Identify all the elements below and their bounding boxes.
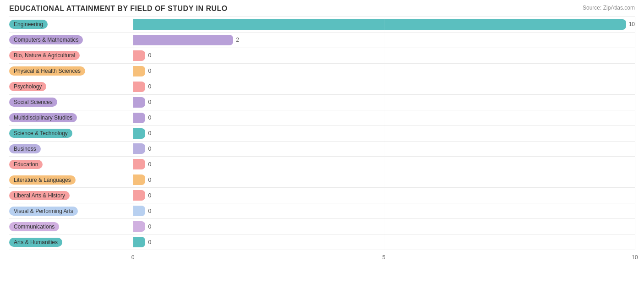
grid-line (384, 142, 384, 157)
grid-line (635, 219, 635, 234)
bar-value: 0 (148, 83, 151, 90)
bar-value: 0 (148, 208, 151, 214)
grid-line (133, 33, 133, 48)
grid-line (133, 64, 133, 79)
label-pill: Engineering (9, 20, 48, 29)
bar-label: Bio, Nature & Agricultural (9, 50, 133, 61)
grid-line (635, 142, 635, 157)
bar-track: 0 (133, 219, 635, 234)
bar-label: Visual & Performing Arts (9, 206, 133, 217)
label-pill: Social Sciences (9, 98, 57, 107)
bar-row: Engineering10 (9, 16, 635, 33)
bar-label: Literature & Languages (9, 174, 133, 185)
bar-value: 0 (148, 115, 151, 121)
bar-track: 0 (133, 188, 635, 203)
grid-line (635, 33, 635, 48)
label-pill: Visual & Performing Arts (9, 207, 78, 216)
bar-label: Engineering (9, 19, 133, 30)
bar-track: 0 (133, 126, 635, 141)
grid-line (635, 157, 635, 172)
bar-row: Visual & Performing Arts0 (9, 203, 635, 219)
bar-row: Arts & Humanities0 (9, 234, 635, 250)
grid-line (635, 203, 635, 218)
bar-row: Computers & Mathematics2 (9, 33, 635, 48)
bar-row: Bio, Nature & Agricultural0 (9, 48, 635, 64)
grid-line (133, 142, 133, 157)
bar-value: 0 (148, 52, 151, 59)
bar-label: Communications (9, 221, 133, 232)
bar-value: 0 (148, 192, 151, 199)
bar-row: Social Sciences0 (9, 95, 635, 110)
bar-row: Liberal Arts & History0 (9, 188, 635, 203)
bar-row: Physical & Health Sciences0 (9, 64, 635, 79)
bar-track: 0 (133, 157, 635, 172)
bar-row: Science & Technology0 (9, 126, 635, 142)
grid-line (384, 110, 384, 125)
bar-fill (133, 97, 145, 108)
chart-title: EDUCATIONAL ATTAINMENT BY FIELD OF STUDY… (9, 5, 635, 13)
grid-line (635, 172, 635, 187)
bar-label: Computers & Mathematics (9, 34, 133, 45)
chart-container: EDUCATIONAL ATTAINMENT BY FIELD OF STUDY… (0, 0, 644, 289)
label-pill: Communications (9, 222, 59, 231)
label-pill: Psychology (9, 82, 46, 91)
label-pill: Business (9, 144, 41, 153)
grid-line (133, 126, 133, 141)
bar-label: Liberal Arts & History (9, 190, 133, 201)
label-pill: Arts & Humanities (9, 238, 62, 247)
bar-track: 0 (133, 142, 635, 157)
bar-fill (133, 190, 145, 201)
bars-container: Engineering10Computers & Mathematics2Bio… (9, 16, 635, 250)
bar-label: Arts & Humanities (9, 237, 133, 248)
grid-line (133, 219, 133, 234)
label-pill: Science & Technology (9, 129, 72, 138)
bar-row: Education0 (9, 157, 635, 172)
grid-line (384, 172, 384, 187)
grid-line (384, 188, 384, 203)
grid-line (384, 219, 384, 234)
x-axis-label: 5 (382, 254, 386, 261)
bar-value: 0 (148, 224, 151, 230)
bar-value: 0 (148, 130, 151, 136)
bar-fill (133, 206, 145, 216)
bar-track: 0 (133, 64, 635, 79)
bar-label: Psychology (9, 81, 133, 92)
grid-line (133, 110, 133, 125)
grid-line (635, 48, 635, 63)
grid-line (635, 126, 635, 141)
label-pill: Physical & Health Sciences (9, 66, 85, 76)
label-pill: Liberal Arts & History (9, 191, 70, 200)
bar-fill (133, 237, 145, 247)
bar-fill (133, 221, 145, 232)
grid-line (384, 79, 384, 94)
bar-track: 2 (133, 33, 635, 48)
bar-label: Business (9, 143, 133, 154)
label-pill: Bio, Nature & Agricultural (9, 51, 80, 60)
grid-line (133, 79, 133, 94)
bar-track: 0 (133, 79, 635, 94)
bar-row: Communications0 (9, 219, 635, 234)
x-axis-label: 10 (632, 254, 638, 261)
bar-fill (133, 66, 145, 76)
bar-value: 0 (148, 239, 151, 245)
bar-row: Literature & Languages0 (9, 172, 635, 188)
bar-row: Multidisciplinary Studies0 (9, 110, 635, 126)
bar-track: 0 (133, 110, 635, 125)
grid-line (635, 64, 635, 79)
bar-value: 0 (148, 68, 151, 74)
bar-row: Business0 (9, 142, 635, 157)
grid-line (133, 172, 133, 187)
bar-fill (133, 82, 145, 92)
label-pill: Computers & Mathematics (9, 35, 83, 44)
grid-line (133, 203, 133, 218)
bar-track: 0 (133, 172, 635, 187)
bar-fill (133, 159, 145, 169)
bar-track: 0 (133, 234, 635, 250)
grid-line (133, 95, 133, 110)
grid-line (635, 79, 635, 94)
x-axis: 0510 (133, 251, 635, 264)
bar-row: Psychology0 (9, 79, 635, 95)
bar-fill (133, 50, 145, 61)
bar-fill (133, 174, 145, 185)
label-pill: Multidisciplinary Studies (9, 113, 77, 122)
